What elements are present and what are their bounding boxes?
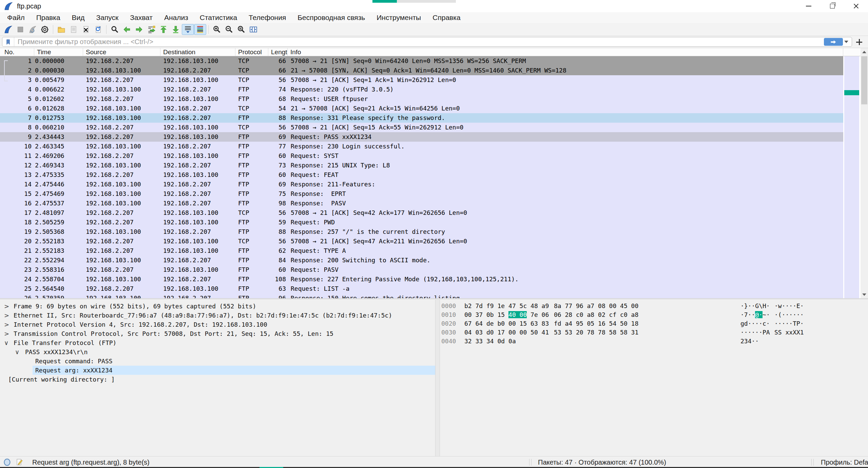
hex-row[interactable]: 004032 33 34 0d 0a234··	[440, 337, 868, 346]
restart-capture-button[interactable]	[26, 24, 39, 35]
detail-row[interactable]: [Current working directory: ]	[0, 375, 435, 384]
packet-row[interactable]: 10.000000192.168.2.207192.168.103.100TCP…	[0, 56, 843, 66]
packet-row[interactable]: 192.505368192.168.103.100192.168.2.207FT…	[0, 227, 843, 237]
tree-collapsed-arrow-icon[interactable]: >	[4, 302, 9, 311]
colorize-toggle-button[interactable]	[194, 24, 206, 35]
close-button[interactable]	[844, 0, 868, 12]
last-packet-button[interactable]	[170, 24, 182, 35]
packet-row[interactable]: 70.012753192.168.103.100192.168.2.207FTP…	[0, 113, 843, 123]
packet-row[interactable]: 102.463345192.168.103.100192.168.2.207FT…	[0, 142, 843, 151]
packet-row[interactable]: 30.005479192.168.2.207192.168.103.100TCP…	[0, 75, 843, 85]
packet-row[interactable]: 152.475469192.168.103.100192.168.2.207FT…	[0, 189, 843, 199]
packet-row[interactable]: 122.469343192.168.103.100192.168.2.207FT…	[0, 161, 843, 170]
detail-row[interactable]: >Ethernet II, Src: Routerboardc_77:96:a7…	[0, 311, 435, 320]
packet-row[interactable]: 212.552183192.168.2.207192.168.103.100FT…	[0, 246, 843, 256]
apply-filter-button[interactable]	[824, 38, 843, 46]
detail-row[interactable]: ∨PASS xxXX1234\r\n	[0, 347, 435, 357]
go-to-packet-button[interactable]	[145, 24, 157, 35]
hex-row[interactable]: 001000 37 0b 15 40 00 7e 0606 28 c0 a8 0…	[440, 310, 868, 319]
packet-row[interactable]: 182.505259192.168.2.207192.168.103.100FT…	[0, 218, 843, 227]
column-header-source[interactable]: Source	[83, 48, 160, 56]
filter-bookmark-button[interactable]	[2, 37, 14, 46]
menu-edit[interactable]: Правка	[31, 12, 66, 23]
find-packet-button[interactable]	[109, 24, 121, 35]
stop-capture-button[interactable]	[14, 24, 26, 35]
close-file-button[interactable]	[80, 24, 92, 35]
auto-scroll-toggle-button[interactable]	[182, 24, 194, 35]
packet-row[interactable]: 60.012628192.168.103.100192.168.2.207TCP…	[0, 104, 843, 113]
packet-row[interactable]: 40.006622192.168.103.100192.168.2.207FTP…	[0, 85, 843, 94]
menu-telephony[interactable]: Телефония	[243, 12, 292, 23]
detail-row[interactable]: >Frame 9: 69 bytes on wire (552 bits), 6…	[0, 302, 435, 311]
hex-row[interactable]: 002067 64 de b0 00 15 63 83fd a4 95 05 1…	[440, 319, 868, 328]
zoom-in-button[interactable]	[211, 24, 223, 35]
resize-columns-button[interactable]	[247, 24, 259, 35]
menu-help[interactable]: Справка	[427, 12, 466, 23]
capture-options-button[interactable]	[39, 24, 51, 35]
column-header-length[interactable]: Length	[268, 48, 288, 56]
menu-analyze[interactable]: Анализ	[158, 12, 194, 23]
packet-row[interactable]: 142.475446192.168.103.100192.168.2.207FT…	[0, 180, 843, 189]
detail-hex-divider[interactable]	[435, 300, 440, 456]
start-capture-button[interactable]	[2, 24, 14, 35]
previous-packet-button[interactable]	[121, 24, 133, 35]
column-header-no[interactable]: No.	[0, 48, 34, 56]
zoom-reset-button[interactable]	[235, 24, 247, 35]
menu-capture[interactable]: Захват	[124, 12, 158, 23]
expert-info-button[interactable]	[3, 458, 12, 466]
detail-row[interactable]: >Internet Protocol Version 4, Src: 192.1…	[0, 320, 435, 329]
tree-expanded-arrow-icon[interactable]: ∨	[15, 347, 19, 357]
packet-list-minimap[interactable]	[844, 56, 859, 298]
packet-row[interactable]: 202.552183192.168.2.207192.168.103.100TC…	[0, 237, 843, 246]
menu-statistics[interactable]: Статистика	[194, 12, 243, 23]
open-file-button[interactable]	[55, 24, 67, 35]
packet-row[interactable]: 172.481097192.168.2.207192.168.103.100TC…	[0, 208, 843, 218]
first-packet-button[interactable]	[157, 24, 170, 35]
menu-tools[interactable]: Инструменты	[371, 12, 427, 23]
scroll-up-button[interactable]	[861, 48, 868, 56]
tree-expanded-arrow-icon[interactable]: ∨	[4, 338, 8, 347]
packet-row[interactable]: 80.060210192.168.2.207192.168.103.100TCP…	[0, 123, 843, 132]
packet-row[interactable]: 252.564540192.168.2.207192.168.103.100FT…	[0, 284, 843, 293]
detail-row[interactable]: >Transmission Control Protocol, Src Port…	[0, 329, 435, 338]
scroll-down-button[interactable]	[861, 291, 868, 298]
tree-collapsed-arrow-icon[interactable]: >	[4, 329, 9, 338]
filter-dropdown-caret[interactable]	[844, 41, 848, 43]
tree-collapsed-arrow-icon[interactable]: >	[4, 311, 9, 320]
display-filter-field[interactable]	[2, 37, 852, 47]
column-header-destination[interactable]: Destination	[160, 48, 235, 56]
packet-row[interactable]: 242.558704192.168.103.100192.168.2.207FT…	[0, 274, 843, 284]
packet-row[interactable]: 132.475335192.168.2.207192.168.103.100FT…	[0, 170, 843, 180]
hex-row[interactable]: 0000b2 7d f9 1e 47 5c 48 a98a 77 96 a7 0…	[440, 302, 868, 310]
save-file-button[interactable]	[67, 24, 80, 35]
zoom-out-button[interactable]	[223, 24, 235, 35]
menu-wireless[interactable]: Беспроводная связь	[292, 12, 371, 23]
detail-row[interactable]: Request command: PASS	[0, 357, 435, 366]
packet-row[interactable]: 262.570359192.168.103.100192.168.2.207FT…	[0, 293, 843, 298]
packet-row[interactable]: 112.469206192.168.2.207192.168.103.100FT…	[0, 151, 843, 161]
add-filter-button[interactable]	[855, 38, 863, 46]
menu-view[interactable]: Вид	[66, 12, 91, 23]
tree-collapsed-arrow-icon[interactable]: >	[4, 320, 9, 329]
column-header-protocol[interactable]: Protocol	[235, 48, 268, 56]
hex-row[interactable]: 003004 03 d0 17 00 00 50 4153 53 20 78 7…	[440, 328, 868, 337]
next-packet-button[interactable]	[133, 24, 145, 35]
capture-comment-button[interactable]	[16, 458, 24, 466]
packet-row[interactable]: 92.434443192.168.2.207192.168.103.100FTP…	[0, 132, 843, 142]
column-header-time[interactable]: Time	[34, 48, 83, 56]
detail-row[interactable]: ∨File Transfer Protocol (FTP)	[0, 338, 435, 347]
packet-row[interactable]: 50.012602192.168.2.207192.168.103.100FTP…	[0, 94, 843, 104]
menu-file[interactable]: Файл	[1, 12, 31, 23]
packet-row[interactable]: 222.552294192.168.103.100192.168.2.207FT…	[0, 256, 843, 265]
packet-list-scrollbar[interactable]	[861, 48, 868, 298]
minimize-button[interactable]	[797, 0, 821, 12]
scrollbar-thumb[interactable]	[861, 56, 867, 104]
profile-button[interactable]: Профиль: Default	[821, 456, 868, 468]
reload-file-button[interactable]	[92, 24, 104, 35]
menu-go[interactable]: Запуск	[91, 12, 124, 23]
display-filter-input[interactable]	[14, 38, 824, 46]
maximize-button[interactable]	[821, 0, 844, 12]
packet-row[interactable]: 20.000030192.168.103.100192.168.2.207TCP…	[0, 66, 843, 75]
packet-row[interactable]: 232.558316192.168.2.207192.168.103.100FT…	[0, 265, 843, 274]
packet-row[interactable]: 162.475537192.168.103.100192.168.2.207FT…	[0, 199, 843, 208]
